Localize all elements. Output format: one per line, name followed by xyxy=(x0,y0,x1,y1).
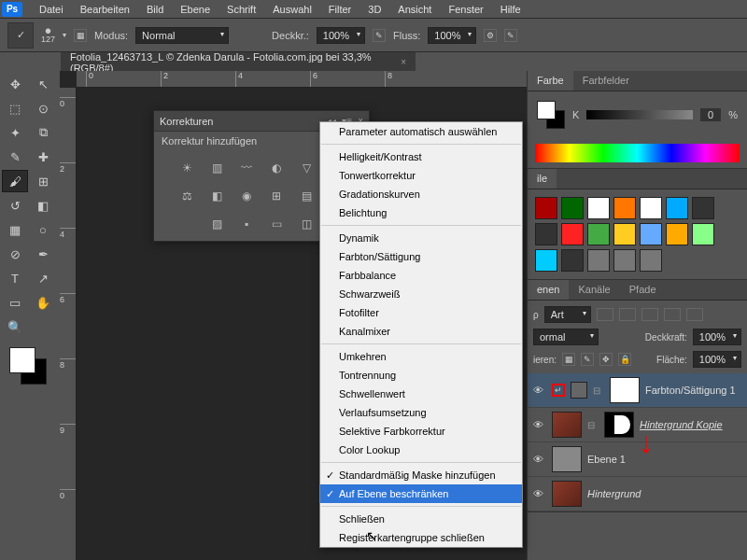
ctx-vibrance[interactable]: Dynamik xyxy=(320,229,522,247)
threshold-icon[interactable]: ▪ xyxy=(238,217,255,231)
zoom-tool[interactable]: 🔍 xyxy=(2,315,28,338)
type-tool[interactable]: T xyxy=(2,267,28,289)
ctx-default-mask[interactable]: Standardmäßig Maske hinzufügen xyxy=(320,466,522,484)
menu-image[interactable]: Bild xyxy=(139,2,171,17)
layer-name[interactable]: Hintergrund Kopie xyxy=(640,419,723,430)
ctx-auto-params[interactable]: Parameter automatisch auswählen xyxy=(320,122,522,141)
style-swatch[interactable] xyxy=(535,223,557,245)
layer-thumb[interactable] xyxy=(552,412,582,438)
layer-row[interactable]: 👁 Ebene 1 xyxy=(528,442,747,477)
ctx-exposure[interactable]: Belichtung xyxy=(320,203,522,222)
tab-layers[interactable]: enen xyxy=(528,280,569,300)
ctx-mixer[interactable]: Kanalmixer xyxy=(320,322,522,341)
ctx-lookup[interactable]: Color Lookup xyxy=(320,441,522,459)
menu-select[interactable]: Auswahl xyxy=(265,2,319,17)
color-spectrum[interactable] xyxy=(535,144,740,162)
style-swatch[interactable] xyxy=(666,197,688,219)
lock-all-icon[interactable]: 🔒 xyxy=(618,353,631,366)
arrow-tool[interactable]: ↖ xyxy=(30,73,56,95)
close-tab-icon[interactable]: × xyxy=(401,57,406,67)
stamp-tool[interactable]: ⊞ xyxy=(30,170,56,192)
flow-input[interactable]: 100% xyxy=(428,27,476,44)
tab-channels[interactable]: Kanäle xyxy=(569,280,619,300)
filter-pixel-icon[interactable] xyxy=(597,308,613,321)
style-swatch[interactable] xyxy=(613,249,636,272)
filter-shape-icon[interactable] xyxy=(664,308,681,321)
vibrance-icon[interactable]: ▽ xyxy=(298,161,315,175)
lookup-icon[interactable]: ▤ xyxy=(298,189,315,203)
ctx-curves[interactable]: Gradationskurven xyxy=(320,185,522,203)
gradient-tool[interactable]: ▦ xyxy=(2,218,28,241)
style-swatch[interactable] xyxy=(692,197,714,219)
move-tool[interactable]: ✥ xyxy=(2,73,28,95)
ctx-selective[interactable]: Selektive Farbkorrektur xyxy=(320,422,522,441)
layer-thumb[interactable] xyxy=(552,446,582,472)
dodge-tool[interactable]: ⊘ xyxy=(2,243,28,265)
color-swatches[interactable] xyxy=(9,347,47,385)
layer-filter[interactable]: Art xyxy=(544,306,591,323)
layer-blend-mode[interactable]: ormal xyxy=(533,329,599,345)
pressure-opacity-icon[interactable]: ✎ xyxy=(373,29,386,42)
layer-row[interactable]: 👁 ⊟ Hintergrund Kopie xyxy=(528,408,747,442)
menu-type[interactable]: Schrift xyxy=(219,2,263,17)
ctx-bw[interactable]: Schwarzweiß xyxy=(320,285,522,303)
opacity-input[interactable]: 100% xyxy=(317,27,365,44)
tab-swatches[interactable]: Farbfelder xyxy=(573,71,639,91)
lasso-tool[interactable]: ⊙ xyxy=(30,97,56,119)
ctx-threshold[interactable]: Schwellenwert xyxy=(320,385,522,403)
menu-filter[interactable]: Filter xyxy=(321,2,359,17)
lock-pixels-icon[interactable]: ✎ xyxy=(581,353,594,366)
wand-tool[interactable]: ✦ xyxy=(2,121,28,144)
chevron-down-icon[interactable]: ▾ xyxy=(63,31,66,39)
style-swatch[interactable] xyxy=(587,223,610,245)
blur-tool[interactable]: ○ xyxy=(30,218,56,241)
pressure-size-icon[interactable]: ✎ xyxy=(504,29,517,42)
ctx-brightness[interactable]: Helligkeit/Kontrast xyxy=(320,147,522,166)
layer-name[interactable]: Ebene 1 xyxy=(587,454,626,465)
ctx-gradmap[interactable]: Verlaufsumsetzung xyxy=(320,403,522,422)
style-swatch[interactable] xyxy=(666,223,688,245)
visibility-icon[interactable]: 👁 xyxy=(533,419,546,430)
layer-fill[interactable]: 100% xyxy=(693,351,741,368)
heal-tool[interactable]: ✚ xyxy=(30,146,56,168)
ctx-photofilter[interactable]: Fotofilter xyxy=(320,303,522,322)
mini-swatch[interactable] xyxy=(537,101,565,129)
k-slider[interactable] xyxy=(586,110,693,119)
layer-row[interactable]: 👁 Hintergrund xyxy=(528,477,747,511)
style-swatch[interactable] xyxy=(561,223,584,245)
menu-help[interactable]: Hilfe xyxy=(493,2,529,17)
brush-size[interactable]: 127 xyxy=(41,35,55,44)
filter-smart-icon[interactable] xyxy=(686,308,703,321)
mixer-icon[interactable]: ⊞ xyxy=(268,189,285,203)
menu-file[interactable]: Datei xyxy=(32,2,71,17)
hand-tool[interactable]: ✋ xyxy=(30,291,56,314)
menu-view[interactable]: Ansicht xyxy=(390,2,439,17)
levels-icon[interactable]: ▥ xyxy=(208,161,225,175)
ctx-balance[interactable]: Farbbalance xyxy=(320,266,522,285)
ctx-posterize[interactable]: Tontrennung xyxy=(320,366,522,385)
layer-name[interactable]: Farbton/Sättigung 1 xyxy=(645,385,736,396)
style-swatch[interactable] xyxy=(587,249,610,272)
ctx-hue[interactable]: Farbton/Sättigung xyxy=(320,247,522,266)
layer-row[interactable]: 👁 ↵ ⊟ Farbton/Sättigung 1 xyxy=(528,373,747,408)
style-swatch[interactable] xyxy=(640,249,662,272)
ctx-levels[interactable]: Tonwertkorrektur xyxy=(320,166,522,185)
eyedropper-tool[interactable]: ✎ xyxy=(2,146,28,168)
k-value[interactable]: 0 xyxy=(700,108,721,121)
foreground-color[interactable] xyxy=(9,347,35,373)
tab-paths[interactable]: Pfade xyxy=(620,280,666,300)
layer-name[interactable]: Hintergrund xyxy=(587,488,641,499)
brightness-icon[interactable]: ☀ xyxy=(178,161,195,175)
ctx-close[interactable]: Schließen xyxy=(320,510,522,528)
pen-tool[interactable]: ✒ xyxy=(30,243,56,265)
posterize-icon[interactable]: ▨ xyxy=(208,217,225,231)
photo-filter-icon[interactable]: ◉ xyxy=(238,189,255,203)
menu-window[interactable]: Fenster xyxy=(441,2,490,17)
ctx-invert[interactable]: Umkehren xyxy=(320,347,522,366)
menu-3d[interactable]: 3D xyxy=(360,2,388,17)
visibility-icon[interactable]: 👁 xyxy=(533,488,546,499)
path-tool[interactable]: ↗ xyxy=(30,267,56,289)
style-swatch[interactable] xyxy=(561,249,584,272)
layer-opacity[interactable]: 100% xyxy=(693,329,741,345)
lock-trans-icon[interactable]: ▦ xyxy=(562,353,575,366)
